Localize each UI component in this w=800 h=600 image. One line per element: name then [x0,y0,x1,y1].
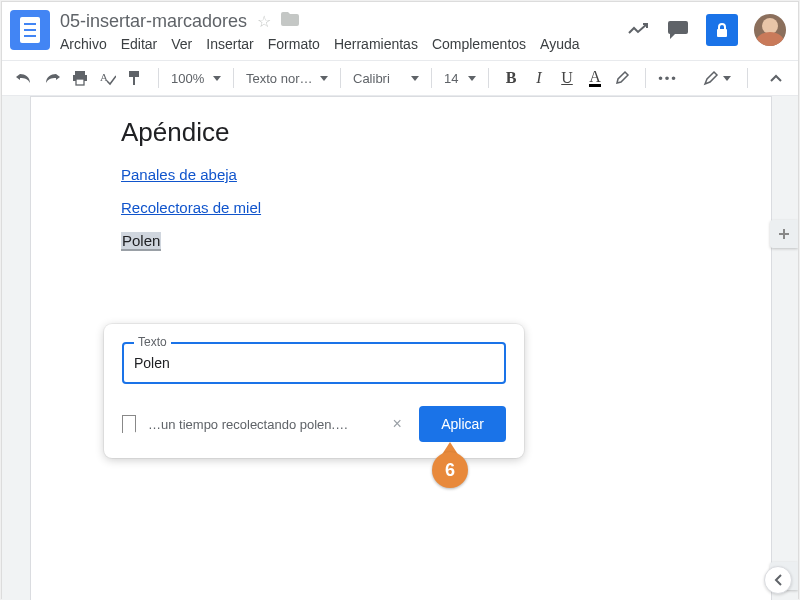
svg-rect-3 [76,79,84,85]
docs-logo-icon[interactable] [10,10,50,50]
menu-addons[interactable]: Complementos [432,36,526,52]
link-text-input[interactable] [134,355,494,371]
paint-format-button[interactable] [124,66,148,90]
collapse-toolbar-button[interactable] [764,66,788,90]
comments-icon[interactable] [666,18,690,42]
paragraph-style-dropdown[interactable]: Texto norm… [244,66,330,90]
font-size-dropdown[interactable]: 14 [442,66,478,90]
link-suggestion[interactable]: …un tiempo recolectando polen.… [148,417,375,432]
apply-button[interactable]: Aplicar [419,406,506,442]
step-number: 6 [432,452,468,488]
spellcheck-button[interactable]: A [96,66,120,90]
link-panales[interactable]: Panales de abeja [121,166,237,183]
side-add-button[interactable] [770,220,798,248]
svg-rect-0 [717,29,727,37]
menu-tools[interactable]: Herramientas [334,36,418,52]
svg-rect-1 [75,71,85,75]
document-title[interactable]: 05-insertar-marcadores [60,11,247,32]
zoom-value: 100% [171,71,204,86]
undo-button[interactable] [12,66,36,90]
font-size-value: 14 [444,71,458,86]
font-family-dropdown[interactable]: Calibri [351,66,421,90]
selected-text[interactable]: Polen [121,232,161,251]
zoom-dropdown[interactable]: 100% [169,66,223,90]
menu-help[interactable]: Ayuda [540,36,579,52]
svg-rect-5 [129,71,139,77]
show-side-panel-button[interactable] [764,566,792,594]
menu-format[interactable]: Formato [268,36,320,52]
link-text-field[interactable]: Texto [122,342,506,384]
italic-button[interactable]: I [527,66,551,90]
font-family-value: Calibri [353,71,390,86]
redo-button[interactable] [40,66,64,90]
editing-mode-dropdown[interactable] [703,70,731,86]
account-avatar[interactable] [754,14,786,46]
menu-view[interactable]: Ver [171,36,192,52]
folder-icon[interactable] [281,12,299,30]
menu-edit[interactable]: Editar [121,36,158,52]
highlight-color-button[interactable] [611,66,635,90]
step-callout: 6 [432,442,468,488]
text-color-button[interactable]: A [583,66,607,90]
underline-button[interactable]: U [555,66,579,90]
star-icon[interactable]: ☆ [257,12,271,31]
bookmark-icon [122,415,136,433]
link-text-label: Texto [134,335,171,349]
more-tools-button[interactable]: ••• [656,66,680,90]
document-canvas: Apéndice Panales de abeja Recolectoras d… [2,96,798,600]
link-recolectoras[interactable]: Recolectoras de miel [121,199,261,216]
activity-icon[interactable] [626,18,650,42]
clear-suggestion-button[interactable]: × [387,415,407,433]
menu-insert[interactable]: Insertar [206,36,253,52]
toolbar: A 100% Texto norm… Calibri 14 B I U A ••… [2,60,798,96]
svg-rect-8 [779,233,789,235]
menu-file[interactable]: Archivo [60,36,107,52]
svg-rect-6 [133,77,135,85]
link-popover: Texto …un tiempo recolectando polen.… × … [104,324,524,458]
menubar: Archivo Editar Ver Insertar Formato Herr… [60,36,580,52]
titlebar: 05-insertar-marcadores ☆ Archivo Editar … [2,2,798,60]
share-button[interactable] [706,14,738,46]
print-button[interactable] [68,66,92,90]
bold-button[interactable]: B [499,66,523,90]
paragraph-style-value: Texto norm… [246,71,314,86]
heading-apendice[interactable]: Apéndice [121,117,681,148]
